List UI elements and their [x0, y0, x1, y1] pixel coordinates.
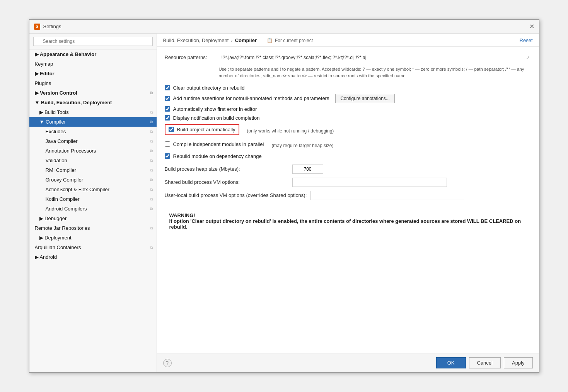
build-auto-row: Build project automatically	[165, 124, 239, 135]
copy-icon-android-c: ⧉	[150, 207, 153, 211]
heap-size-label: Build process heap size (Mbytes):	[165, 166, 288, 172]
window-body: 🔍 ▶ Appearance & Behavior Keymap ▶ Edito…	[29, 34, 539, 372]
auto-show-error-row: Automatically show first error in editor	[165, 106, 531, 112]
copy-icon-ap: ⧉	[150, 149, 153, 153]
reset-link[interactable]: Reset	[520, 37, 533, 43]
sidebar-item-plugins[interactable]: Plugins	[29, 78, 157, 88]
display-notification-checkbox[interactable]	[165, 115, 170, 120]
clear-output-row: Clear output directory on rebuild	[165, 85, 531, 91]
copy-icon-kotlin: ⧉	[150, 197, 153, 202]
copy-icon-ex: ⧉	[150, 129, 153, 134]
display-notification-label: Display notification on build completion	[173, 115, 260, 121]
add-runtime-row: Add runtime assertions for notnull-annot…	[165, 94, 531, 103]
titlebar-left: S Settings	[34, 24, 61, 30]
sidebar-item-keymap[interactable]: Keymap	[29, 59, 157, 69]
add-runtime-label: Add runtime assertions for notnull-annot…	[173, 95, 329, 101]
app-icon: S	[34, 24, 40, 30]
configure-annotations-button[interactable]: Configure annotations...	[335, 94, 394, 103]
user-vm-input[interactable]	[310, 191, 465, 200]
search-input[interactable]	[33, 37, 153, 46]
copy-icon-arq: ⧉	[150, 245, 153, 250]
titlebar-title: Settings	[43, 24, 61, 29]
rebuild-module-checkbox[interactable]	[165, 153, 170, 159]
auto-show-error-label: Automatically show first error in editor	[173, 106, 257, 112]
footer-left: ?	[163, 359, 172, 367]
sidebar-item-android-compilers[interactable]: Android Compilers ⧉	[29, 204, 157, 214]
footer-buttons: OK Cancel Apply	[436, 357, 533, 368]
sidebar-item-compiler[interactable]: ▼ Compiler ⧉	[29, 117, 157, 127]
ok-button[interactable]: OK	[436, 357, 466, 368]
expand-icon[interactable]: ⤢	[526, 55, 530, 60]
clear-output-label: Clear output directory on rebuild	[173, 85, 245, 91]
sidebar-item-remote-jar[interactable]: Remote Jar Repositories ⧉	[29, 223, 157, 233]
copy-icon-as: ⧉	[150, 187, 153, 192]
footer: ? OK Cancel Apply	[157, 353, 539, 372]
warning-title: WARNING! If option 'Clear output directo…	[169, 212, 527, 230]
auto-show-error-checkbox[interactable]	[165, 106, 170, 112]
sidebar-item-deployment[interactable]: ▶ Deployment	[29, 233, 157, 243]
compile-parallel-checkbox[interactable]	[165, 141, 170, 147]
copy-icon-vc: ⧉	[150, 91, 153, 95]
build-auto-label: Build project automatically	[177, 127, 235, 132]
copy-icon-groovy: ⧉	[150, 178, 153, 182]
apply-button[interactable]: Apply	[504, 357, 533, 368]
main-content: Build, Execution, Deployment › Compiler …	[157, 34, 539, 372]
breadcrumb-bar: Build, Execution, Deployment › Compiler …	[157, 34, 539, 47]
sidebar: 🔍 ▶ Appearance & Behavior Keymap ▶ Edito…	[29, 34, 157, 372]
copy-icon-rmi: ⧉	[150, 168, 153, 173]
search-wrapper: 🔍	[33, 37, 153, 46]
sidebar-item-version-control[interactable]: ▶ Version Control ⧉	[29, 88, 157, 98]
close-button[interactable]: ✕	[529, 24, 534, 30]
for-project-icon: 📋	[267, 38, 273, 43]
rebuild-module-label: Rebuild module on dependency change	[173, 153, 262, 159]
search-box: 🔍	[29, 34, 157, 49]
sidebar-item-validation[interactable]: Validation ⧉	[29, 156, 157, 165]
resource-patterns-row: Resource patterns: ⤢	[165, 53, 531, 62]
heap-size-input[interactable]	[292, 165, 323, 174]
sidebar-item-arquillian[interactable]: Arquillian Containers ⧉	[29, 243, 157, 252]
copy-icon-rjar: ⧉	[150, 226, 153, 231]
shared-vm-label: Shared build process VM options:	[165, 179, 288, 185]
sidebar-item-rmi-compiler[interactable]: RMI Compiler ⧉	[29, 165, 157, 175]
shared-vm-row: Shared build process VM options:	[165, 178, 531, 187]
build-auto-note: (only works while not running / debuggin…	[247, 128, 334, 134]
shared-vm-input[interactable]	[292, 178, 447, 187]
sidebar-item-kotlin-compiler[interactable]: Kotlin Compiler ⧉	[29, 194, 157, 204]
copy-icon-val: ⧉	[150, 158, 153, 163]
add-runtime-checkbox[interactable]	[165, 96, 170, 101]
clear-output-checkbox[interactable]	[165, 85, 170, 90]
resource-input-wrapper: ⤢	[219, 53, 531, 62]
sidebar-item-debugger[interactable]: ▶ Debugger	[29, 214, 157, 223]
sidebar-item-android[interactable]: ▶ Android	[29, 252, 157, 262]
warning-box: WARNING! If option 'Clear output directo…	[165, 208, 531, 234]
sidebar-item-groovy-compiler[interactable]: Groovy Compiler ⧉	[29, 175, 157, 185]
content-area: Resource patterns: ⤢ Use ; to separate p…	[157, 47, 539, 353]
compile-parallel-row: Compile independent modules in parallel	[165, 141, 264, 147]
sidebar-item-excludes[interactable]: Excludes ⧉	[29, 127, 157, 136]
resource-patterns-input[interactable]	[219, 53, 531, 62]
titlebar: S Settings ✕	[29, 20, 539, 34]
user-vm-row: User-local build process VM options (ove…	[165, 191, 531, 200]
sidebar-item-annotation-processors[interactable]: Annotation Processors ⧉	[29, 146, 157, 156]
copy-icon-compiler: ⧉	[150, 120, 153, 124]
build-auto-checkbox[interactable]	[169, 127, 174, 132]
sidebar-item-actionscript-compiler[interactable]: ActionScript & Flex Compiler ⧉	[29, 185, 157, 194]
help-button[interactable]: ?	[163, 359, 172, 367]
hint-text: Use ; to separate patterns and ! to nega…	[219, 66, 531, 80]
copy-icon-bt: ⧉	[150, 110, 153, 115]
sidebar-item-editor[interactable]: ▶ Editor	[29, 69, 157, 78]
compile-parallel-note: (may require larger heap size)	[271, 143, 333, 148]
sidebar-item-build-tools[interactable]: ▶ Build Tools ⧉	[29, 107, 157, 117]
user-vm-label: User-local build process VM options (ove…	[165, 192, 307, 198]
sidebar-item-appearance[interactable]: ▶ Appearance & Behavior	[29, 49, 157, 59]
rebuild-module-row: Rebuild module on dependency change	[165, 153, 531, 159]
heap-size-row: Build process heap size (Mbytes):	[165, 165, 531, 174]
copy-icon-jc: ⧉	[150, 139, 153, 144]
settings-window: S Settings ✕ 🔍 ▶ Appearance & Behavior K…	[29, 19, 539, 373]
cancel-button[interactable]: Cancel	[469, 357, 501, 368]
sidebar-item-java-compiler[interactable]: Java Compiler ⧉	[29, 136, 157, 146]
sidebar-item-build-execution[interactable]: ▼ Build, Execution, Deployment	[29, 98, 157, 107]
breadcrumb: Build, Execution, Deployment › Compiler …	[163, 37, 313, 43]
resource-patterns-label: Resource patterns:	[165, 53, 215, 60]
display-notification-row: Display notification on build completion	[165, 115, 531, 121]
